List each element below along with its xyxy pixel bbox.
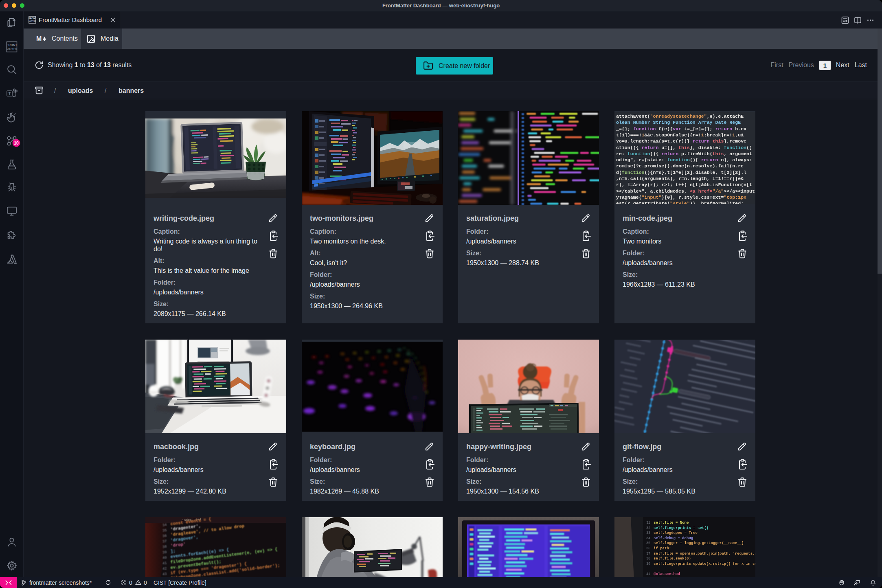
svg-text:attachEvent("onreadystatechang: attachEvent("onreadystatechange",H),e.at… (616, 114, 744, 119)
svg-text:40: 40 (162, 556, 167, 560)
svg-text:MATTER: MATTER (29, 20, 36, 22)
svg-text:41: 41 (646, 572, 650, 576)
svg-text:self.fingerprints.update(x.rst: self.fingerprints.update(x.rstrip() for … (654, 562, 755, 566)
svg-text:self.file = open(os.path.join(: self.file = open(os.path.join(path, 'req… (654, 552, 755, 556)
svg-text:];: ]; (170, 549, 176, 554)
svg-text:t[1])===!1&&e.stopOnFalse){r=!: t[1])===!1&&e.stopOnFalse){r=!1;break}n=… (616, 132, 744, 138)
svg-text:olean Number String Function A: olean Number String Function Array Date … (616, 120, 741, 125)
svg-text:self.logdupes = True: self.logdupes = True (654, 531, 698, 535)
svg-text:self.fingerprints = set(): self.fingerprints = set() (654, 526, 709, 530)
svg-text:43: 43 (162, 572, 167, 577)
svg-text:42: 42 (162, 566, 167, 571)
svg-text:est(r.getAttribute("style")),: est(r.getAttribute("style")), hrefNormal… (616, 201, 744, 204)
svg-text:MATTER: MATTER (7, 48, 17, 50)
svg-text:romise)?e.promise().done(n.res: romise)?e.promise().done(n.resolve).fail… (616, 163, 744, 169)
svg-text:39: 39 (162, 550, 167, 555)
svg-text:@classmethod: @classmethod (654, 572, 680, 576)
svg-text:if path:: if path: (654, 546, 671, 551)
svg-text:35: 35 (646, 541, 650, 545)
svg-text:37: 37 (162, 539, 167, 544)
svg-text:_={}; function F(e){var t=_[e]: _={}; function F(e){var t=_[e]={}; retur… (616, 126, 746, 132)
svg-text:self.file.seek(0): self.file.seek(0) (654, 557, 691, 561)
svg-text:32: 32 (646, 526, 650, 530)
svg-text:41: 41 (162, 561, 167, 566)
svg-text:T: T (8, 92, 11, 96)
svg-text:37: 37 (646, 552, 650, 556)
svg-text:r), l=Array(r); r>t; t++) n[t]: r), l=Array(r); r>t; t++) n[t]&&b.isFunc… (616, 182, 752, 187)
svg-text:,n=h.call(arguments), r=n.leng: ,n=h.call(arguments), r=n.length, i=1!==… (616, 176, 744, 181)
svg-text:nding", r={state: function(){: nding", r={state: function(){ return n},… (616, 157, 752, 162)
svg-text:38: 38 (162, 545, 167, 549)
svg-text:self.debug = debug: self.debug = debug (654, 536, 693, 540)
svg-text:yTagName("input")[0], r.style.: yTagName("input")[0], r.style.cssText="t… (616, 195, 746, 200)
svg-text:ction(){ return u=[], this}, d: ction(){ return u=[], this}, disable: fu… (616, 145, 752, 150)
svg-text:38: 38 (646, 557, 650, 561)
svg-text:34: 34 (646, 536, 650, 540)
svg-text:33: 33 (646, 531, 650, 535)
svg-text:36: 36 (646, 546, 650, 551)
svg-text:re: function(){ return p.fireW: re: function(){ return p.fireWith(this, … (616, 151, 752, 156)
svg-text:self.file = None: self.file = None (654, 521, 689, 525)
svg-text:FRONT: FRONT (29, 17, 36, 20)
svg-text:39: 39 (646, 562, 650, 566)
svg-text:35: 35 (162, 529, 167, 533)
svg-text:M: M (36, 35, 42, 42)
svg-text:self.logger = logging.getLogge: self.logger = logging.getLogger(__name__… (654, 541, 744, 545)
svg-text:10: 10 (14, 140, 19, 145)
svg-text:36: 36 (162, 534, 167, 538)
svg-text:></table>", a.childNodes, <a h: ></table>", a.childNodes, <a href="/a"><… (616, 189, 755, 194)
svg-text:FRONT: FRONT (7, 43, 18, 47)
svg-text:31: 31 (646, 521, 650, 525)
svg-text:d(function(){n=s},t[1^e][2].di: d(function(){n=s},t[1^e][2].disable, t[2… (616, 170, 746, 175)
svg-text:?o=u.length:r&&(s=t,c(r))} ret: ?o=u.length:r&&(s=t,c(r))} return this},… (616, 138, 746, 144)
svg-text:34: 34 (162, 523, 167, 527)
